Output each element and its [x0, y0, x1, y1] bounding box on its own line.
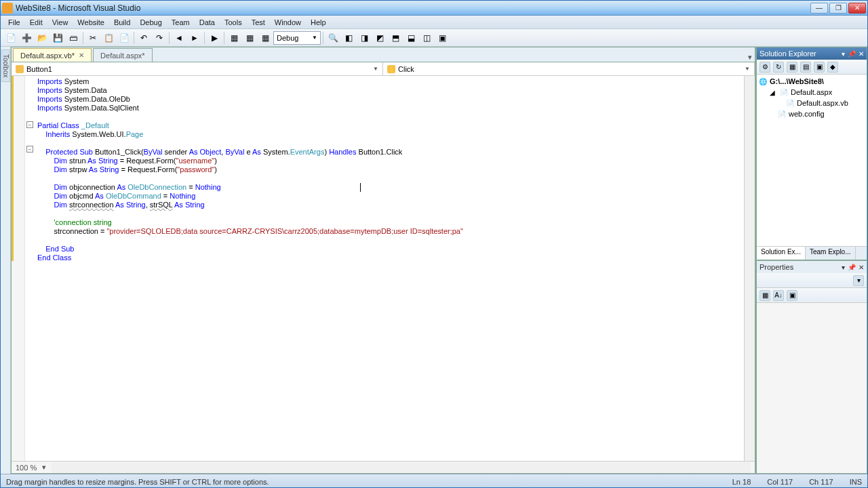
start-debug-button[interactable]: ▶	[207, 30, 222, 45]
minimize-button[interactable]: —	[810, 3, 828, 14]
properties-title: Properties ▾📌✕	[757, 261, 867, 273]
fold-toggle[interactable]: −	[26, 146, 33, 152]
refresh-button[interactable]: ↻	[773, 62, 784, 73]
tb-icon-2[interactable]: ◨	[357, 30, 372, 45]
tab-solution-explorer[interactable]: Solution Ex...	[757, 247, 806, 260]
property-pages-button[interactable]: ▣	[787, 290, 797, 301]
menu-edit[interactable]: Edit	[25, 17, 47, 28]
menu-view[interactable]: View	[47, 17, 73, 28]
save-button[interactable]: 💾	[50, 30, 65, 45]
solution-toolbar: ⚙ ↻ ▦ ▤ ▣ ◆	[757, 60, 867, 75]
copy-website-button[interactable]: ▣	[814, 62, 825, 73]
horizontal-scrollbar[interactable]	[52, 462, 751, 473]
nav-fwd-button[interactable]: ►	[187, 30, 202, 45]
statusbar: Drag margin handles to resize margins. P…	[1, 474, 867, 488]
tree-root[interactable]: 🌐G:\...\WebSite8\	[758, 76, 865, 87]
undo-button[interactable]: ↶	[136, 30, 151, 45]
content: Toolbox Default.aspx.vb*✕ Default.aspx* …	[1, 47, 867, 474]
tab-overflow-button[interactable]: ▾	[745, 53, 755, 62]
new-project-button[interactable]: 📄	[3, 30, 18, 45]
tb-icon-6[interactable]: ◫	[419, 30, 434, 45]
method-icon: ⚡	[387, 65, 395, 73]
toolbox-tab[interactable]: Toolbox	[1, 49, 10, 82]
panel-menu-icon[interactable]: ▾	[842, 50, 845, 58]
alphabetical-button[interactable]: A↓	[773, 290, 784, 301]
comment-button[interactable]: ▦	[226, 30, 241, 45]
tab-label: Default.aspx*	[100, 52, 144, 60]
open-button[interactable]: 📂	[35, 30, 50, 45]
panel-menu-icon[interactable]: ▾	[842, 264, 845, 271]
menu-build[interactable]: Build	[109, 17, 135, 28]
document-tabs: Default.aspx.vb*✕ Default.aspx* ▾	[12, 47, 755, 62]
config-icon: 📄	[777, 109, 787, 119]
tb-icon-3[interactable]: ◩	[372, 30, 387, 45]
dropdown-button[interactable]: ▾	[853, 275, 864, 286]
maximize-button[interactable]: ❐	[829, 3, 847, 14]
fold-toggle[interactable]: −	[26, 121, 33, 128]
nest-button[interactable]: ▦	[787, 62, 797, 73]
collapse-icon[interactable]: ◢	[768, 87, 777, 97]
vertical-scrollbar[interactable]	[744, 76, 755, 461]
add-item-button[interactable]: ➕	[19, 30, 34, 45]
tb-icon-1[interactable]: ◧	[341, 30, 356, 45]
categorized-button[interactable]: ▦	[760, 290, 770, 301]
uncomment-button[interactable]: ▦	[242, 30, 257, 45]
tab-default-aspx[interactable]: Default.aspx*	[93, 48, 152, 62]
tree-item-default-aspx[interactable]: ◢📄Default.aspx	[758, 87, 865, 98]
close-panel-icon[interactable]: ✕	[859, 50, 864, 58]
status-message: Drag margin handles to resize margins. P…	[6, 478, 269, 486]
tb-icon-4[interactable]: ⬒	[388, 30, 403, 45]
tab-team-explorer[interactable]: Team Explo...	[806, 247, 856, 260]
menu-test[interactable]: Test	[247, 17, 270, 28]
separator	[134, 32, 134, 44]
nav-back-button[interactable]: ◄	[172, 30, 186, 45]
separator	[169, 32, 170, 44]
member-dropdown[interactable]: ⚡Click▼	[383, 62, 755, 75]
class-dropdown[interactable]: Button1▼	[12, 62, 383, 75]
zoom-level: 100 %	[16, 464, 37, 472]
right-dock: Solution Explorer ▾📌✕ ⚙ ↻ ▦ ▤ ▣ ◆ 🌐G:\..…	[755, 47, 867, 474]
window-title: WebSite8 - Microsoft Visual Studio	[16, 3, 810, 13]
cut-button[interactable]: ✂	[85, 30, 100, 45]
panel-title-text: Solution Explorer	[760, 49, 816, 58]
close-tab-icon[interactable]: ✕	[79, 52, 84, 59]
tree-item-web-config[interactable]: 📄web.config	[758, 108, 865, 119]
status-line: Ln 18	[732, 478, 751, 486]
menu-help[interactable]: Help	[306, 17, 331, 28]
menu-file[interactable]: File	[3, 17, 25, 28]
code-body[interactable]: Imports SystemImports System.DataImports…	[35, 76, 744, 461]
status-ch: Ch 117	[809, 478, 833, 486]
text-cursor	[360, 183, 361, 192]
tree-item-default-aspx-vb[interactable]: 📄Default.aspx.vb	[758, 98, 865, 108]
tb-icon-7[interactable]: ▣	[435, 30, 450, 45]
copy-button[interactable]: 📋	[101, 30, 116, 45]
menu-window[interactable]: Window	[270, 17, 306, 28]
config-combo[interactable]: Debug▼	[273, 31, 321, 45]
menu-website[interactable]: Website	[73, 17, 109, 28]
menubar: File Edit View Website Build Debug Team …	[1, 16, 867, 29]
zoom-dropdown[interactable]: ▾	[42, 463, 46, 472]
redo-button[interactable]: ↷	[152, 30, 167, 45]
menu-data[interactable]: Data	[195, 17, 220, 28]
properties-button[interactable]: ⚙	[760, 62, 770, 73]
menu-debug[interactable]: Debug	[135, 17, 166, 28]
save-all-button[interactable]: 🗃	[66, 30, 81, 45]
close-panel-icon[interactable]: ✕	[859, 264, 864, 271]
view-button[interactable]: ▤	[800, 62, 811, 73]
paste-button[interactable]: 📄	[117, 30, 132, 45]
asp-config-button[interactable]: ◆	[827, 62, 838, 73]
close-button[interactable]: ✕	[848, 3, 866, 14]
pin-icon[interactable]: 📌	[848, 264, 856, 271]
tree-label: Default.aspx	[791, 88, 832, 96]
tab-default-aspx-vb[interactable]: Default.aspx.vb*✕	[13, 48, 92, 62]
tb-icon-5[interactable]: ⬓	[403, 30, 418, 45]
tree-label: web.config	[789, 110, 825, 118]
pin-icon[interactable]: 📌	[848, 50, 856, 58]
solution-tree: 🌐G:\...\WebSite8\ ◢📄Default.aspx 📄Defaul…	[757, 75, 867, 246]
code-editor[interactable]: − − Imports SystemImports System.DataImp…	[12, 76, 755, 461]
menu-tools[interactable]: Tools	[220, 17, 247, 28]
menu-team[interactable]: Team	[167, 17, 195, 28]
step-button[interactable]: ▦	[258, 30, 273, 45]
separator	[83, 32, 83, 44]
find-button[interactable]: 🔍	[326, 30, 340, 45]
